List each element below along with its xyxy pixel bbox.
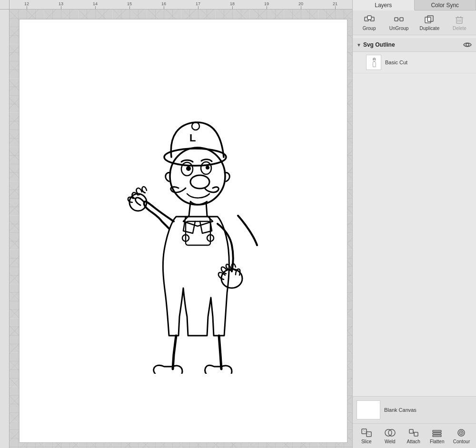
canvas-area: 12 13 14 15 16 17 18 19 20 21 bbox=[0, 0, 352, 448]
bottom-toolbar: Slice Weld Attach bbox=[353, 423, 476, 448]
svg-point-43 bbox=[458, 429, 465, 436]
svg-point-44 bbox=[459, 431, 463, 435]
svg-line-39 bbox=[413, 431, 414, 434]
ruler-mark: 20 bbox=[298, 1, 303, 9]
visibility-toggle[interactable] bbox=[463, 40, 472, 50]
svg-point-7 bbox=[206, 166, 209, 169]
svg-point-29 bbox=[466, 43, 469, 46]
svg-point-5 bbox=[186, 166, 191, 171]
svg-text:L: L bbox=[189, 132, 196, 144]
svg-rect-20 bbox=[425, 17, 431, 23]
panel-spacer bbox=[353, 219, 476, 396]
svg-rect-32 bbox=[362, 429, 367, 434]
ungroup-button[interactable]: UnGroup bbox=[387, 13, 412, 32]
svg-rect-18 bbox=[400, 18, 403, 21]
tab-layers[interactable]: Layers bbox=[353, 0, 415, 10]
collapse-arrow-icon: ▼ bbox=[357, 42, 361, 48]
layer-toolbar: Group UnGroup Duplicate bbox=[353, 10, 476, 35]
layer-group-header[interactable]: ▼ Svg Outline bbox=[353, 38, 476, 52]
svg-rect-38 bbox=[414, 432, 418, 436]
svg-rect-16 bbox=[367, 16, 371, 20]
tab-bar: Layers Color Sync bbox=[353, 0, 476, 10]
delete-button[interactable]: Delete bbox=[447, 13, 471, 32]
svg-point-1 bbox=[192, 122, 199, 130]
ruler-mark: 15 bbox=[127, 1, 132, 9]
ruler-corner bbox=[0, 0, 10, 10]
contour-button[interactable]: Contour bbox=[451, 427, 472, 445]
ruler-mark: 17 bbox=[196, 1, 200, 9]
blank-canvas-row[interactable]: Blank Canvas bbox=[353, 396, 476, 423]
ruler-mark: 19 bbox=[264, 1, 269, 9]
svg-point-45 bbox=[461, 432, 462, 434]
ruler-mark: 16 bbox=[161, 1, 166, 9]
tab-color-sync[interactable]: Color Sync bbox=[415, 0, 476, 10]
slice-button[interactable]: Slice bbox=[357, 427, 376, 445]
ruler-mark: 13 bbox=[59, 1, 63, 9]
drawing-mat: L bbox=[19, 19, 347, 443]
svg-rect-33 bbox=[367, 432, 371, 437]
right-panel: Layers Color Sync Group bbox=[352, 0, 476, 448]
svg-rect-9 bbox=[186, 221, 210, 245]
layer-thumbnail bbox=[366, 55, 381, 70]
svg-rect-40 bbox=[433, 430, 441, 432]
svg-rect-41 bbox=[433, 433, 441, 434]
svg-rect-17 bbox=[395, 18, 398, 21]
layers-section: ▼ Svg Outline Basic Cut bbox=[353, 35, 476, 219]
svg-rect-37 bbox=[409, 429, 413, 433]
ruler-mark: 12 bbox=[24, 1, 29, 9]
grid-canvas[interactable]: L bbox=[10, 10, 352, 448]
duplicate-button[interactable]: Duplicate bbox=[417, 13, 443, 32]
canvas-thumbnail bbox=[357, 400, 380, 419]
luigi-image: L bbox=[102, 88, 264, 374]
ruler-left bbox=[0, 10, 10, 448]
attach-button[interactable]: Attach bbox=[404, 427, 423, 445]
ruler-mark: 18 bbox=[230, 1, 235, 9]
svg-rect-42 bbox=[433, 435, 441, 437]
weld-button[interactable]: Weld bbox=[380, 427, 399, 445]
svg-point-31 bbox=[373, 59, 376, 61]
flatten-button[interactable]: Flatten bbox=[427, 427, 446, 445]
layer-item-basic-cut[interactable]: Basic Cut bbox=[353, 52, 476, 73]
svg-point-3 bbox=[170, 148, 225, 205]
svg-point-8 bbox=[190, 175, 209, 189]
ruler-top: 12 13 14 15 16 17 18 19 20 21 bbox=[10, 0, 352, 10]
group-button[interactable]: Group bbox=[357, 13, 381, 32]
ruler-mark: 14 bbox=[93, 1, 98, 9]
ruler-mark: 21 bbox=[333, 1, 337, 9]
